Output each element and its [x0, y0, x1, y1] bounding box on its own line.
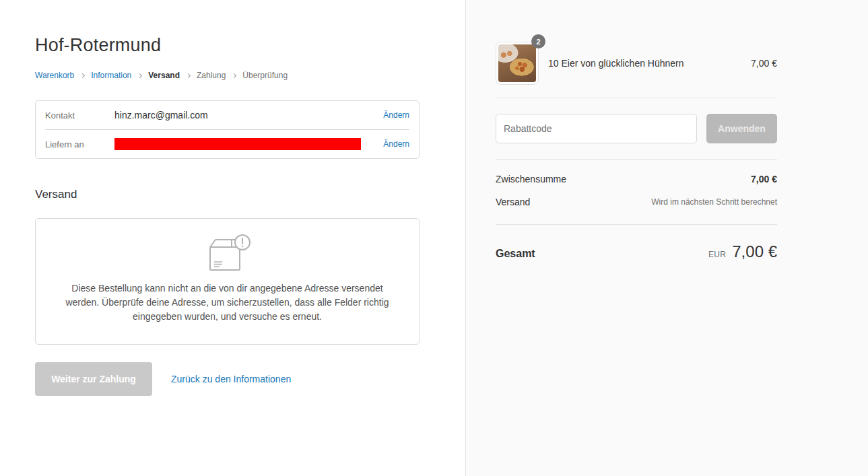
order-summary-content: 2 10 Eier von glücklichen Hühnern 7,00 €… — [496, 42, 777, 261]
discount-code-row: Anwenden — [496, 114, 777, 143]
currency-code: EUR — [708, 250, 726, 259]
product-thumbnail-frame — [496, 42, 539, 85]
breadcrumb-zahlung: Zahlung — [197, 71, 226, 80]
apply-discount-button[interactable]: Anwenden — [706, 114, 777, 143]
back-to-information-link[interactable]: Zurück zu den Informationen — [171, 374, 291, 384]
cart-line-item: 2 10 Eier von glücklichen Hühnern 7,00 € — [496, 42, 777, 85]
checkout-page: Hof-Rotermund Warenkorb Information Vers… — [0, 0, 868, 476]
chevron-right-icon — [186, 73, 191, 78]
ship-to-label: Liefern an — [45, 139, 114, 149]
contact-row: Kontakt hinz.marc@gmail.com Ändern — [36, 101, 419, 129]
quantity-badge: 2 — [531, 34, 545, 48]
shipping-total-value: Wird im nächsten Schritt berechnet — [651, 197, 777, 207]
breadcrumb-warenkorb[interactable]: Warenkorb — [35, 71, 74, 80]
chevron-right-icon — [80, 73, 85, 78]
grand-total-row: Gesamt EUR 7,00 € — [496, 242, 777, 261]
continue-to-payment-button[interactable]: Weiter zur Zahlung — [35, 362, 152, 396]
shipping-total-row: Versand Wird im nächsten Schritt berechn… — [496, 197, 777, 207]
breadcrumb-versand-current: Versand — [148, 71, 180, 80]
shipping-error-message: Diese Bestellung kann nicht an die von d… — [57, 281, 399, 324]
package-alert-icon — [205, 234, 251, 273]
discount-code-input[interactable] — [496, 114, 697, 143]
sidebar-divider — [496, 98, 777, 98]
product-thumbnail-wrap: 2 — [496, 42, 539, 85]
totals-section: Zwischensumme 7,00 € Versand Wird im näc… — [496, 174, 777, 207]
contact-summary-box: Kontakt hinz.marc@gmail.com Ändern Liefe… — [35, 100, 420, 159]
ship-to-row: Liefern an Ändern — [36, 130, 419, 158]
chevron-right-icon — [137, 73, 142, 78]
grand-total-amount: 7,00 € — [732, 242, 777, 261]
contact-label: Kontakt — [45, 110, 114, 121]
subtotal-row: Zwischensumme 7,00 € — [496, 174, 777, 184]
sidebar-divider — [496, 224, 777, 225]
grand-total-label: Gesamt — [496, 248, 535, 260]
actions-row: Weiter zur Zahlung Zurück zu den Informa… — [35, 362, 420, 396]
shipping-error-box: Diese Bestellung kann nicht an die von d… — [35, 218, 420, 345]
checkout-main: Hof-Rotermund Warenkorb Information Vers… — [0, 0, 465, 476]
ship-to-value — [114, 138, 383, 150]
contact-email-value: hinz.marc@gmail.com — [114, 110, 383, 121]
product-price: 7,00 € — [751, 58, 777, 69]
grand-total-value: EUR 7,00 € — [708, 242, 777, 261]
redacted-address-bar — [114, 138, 361, 150]
breadcrumb-information[interactable]: Information — [91, 71, 131, 80]
store-title: Hof-Rotermund — [35, 35, 420, 56]
change-contact-link[interactable]: Ändern — [383, 110, 409, 120]
product-name: 10 Eier von glücklichen Hühnern — [548, 58, 751, 69]
change-address-link[interactable]: Ändern — [383, 139, 409, 149]
subtotal-label: Zwischensumme — [496, 174, 566, 184]
eggs-product-photo — [498, 44, 536, 82]
shipping-section-heading: Versand — [35, 188, 420, 201]
order-summary-sidebar: 2 10 Eier von glücklichen Hühnern 7,00 €… — [465, 0, 868, 476]
chevron-right-icon — [232, 73, 236, 78]
breadcrumb-ueberpruefung: Überprüfung — [242, 71, 288, 80]
breadcrumb: Warenkorb Information Versand Zahlung Üb… — [35, 71, 420, 80]
sidebar-divider — [496, 159, 777, 160]
shipping-total-label: Versand — [496, 197, 530, 207]
subtotal-value: 7,00 € — [751, 174, 777, 184]
